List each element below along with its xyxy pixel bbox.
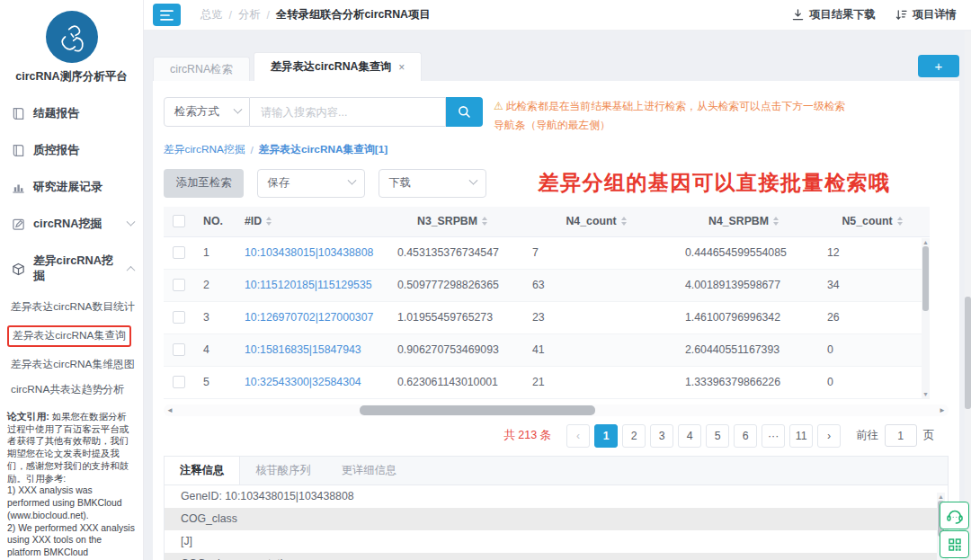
close-tab-icon[interactable]: × xyxy=(398,61,405,74)
sort-caret-icon[interactable] xyxy=(266,217,272,226)
table-vertical-scrollbar[interactable]: ▲ ▼ xyxy=(922,238,930,398)
cell-n3-srpbm: 0.906270753469093 xyxy=(385,343,520,356)
cell-n4-srpbm: 4.00189139598677 xyxy=(673,279,815,291)
detail-tab-more-info[interactable]: 更详细信息 xyxy=(326,457,412,484)
detail-tab-nucleotide[interactable]: 核苷酸序列 xyxy=(240,457,325,484)
page-button-4[interactable]: 4 xyxy=(678,424,701,448)
book-icon xyxy=(12,107,25,120)
cell-n4-srpbm: 2.60440551167393 xyxy=(673,343,815,356)
chart-icon xyxy=(12,181,25,194)
page-button-3[interactable]: 3 xyxy=(650,424,673,448)
search-input[interactable] xyxy=(259,105,436,120)
citation-body: 如果您在数据分析过程中使用了百迈客云平台或者获得了其他有效帮助，我们期望您在论文… xyxy=(7,412,129,484)
table-row[interactable]: 4 10:15816835|15847943 0.906270753469093… xyxy=(164,334,930,367)
row-checkbox[interactable] xyxy=(173,246,185,259)
crumb-set-query[interactable]: 差异表达circRNA集查询[1] xyxy=(259,143,388,157)
cell-id-link[interactable]: 10:103438015|103438808 xyxy=(245,246,373,259)
sidebar-item-research-progress[interactable]: 研究进展记录 xyxy=(0,169,143,206)
tab-circrna-search[interactable]: circRNA检索 xyxy=(153,57,250,81)
sidebar-item-final-report[interactable]: 结题报告 xyxy=(0,95,143,132)
scrollbar-thumb[interactable] xyxy=(965,297,971,409)
row-checkbox[interactable] xyxy=(173,343,185,356)
table-row[interactable]: 3 10:126970702|127000307 1.0195545976527… xyxy=(164,302,930,334)
citation-ref1: 1) XXX analysis was performed using BMKC… xyxy=(7,485,122,520)
sidebar: circRNA测序分析平台 结题报告 质控报告 研究进展记录 circRNA挖掘 xyxy=(0,0,144,560)
page-button-6[interactable]: 6 xyxy=(734,424,757,448)
cell-id-link[interactable]: 10:15816835|15847943 xyxy=(245,343,361,356)
goto-page-input[interactable] xyxy=(885,424,917,447)
prev-page-button[interactable]: ‹ xyxy=(566,424,590,448)
col-n4-srpbm[interactable]: N4_SRPBM xyxy=(673,215,815,227)
sidebar-subitem-venn[interactable]: 差异表达circRNA集维恩图 xyxy=(11,352,143,378)
toolbar: 添加至检索 保存 下载 差异分组的基因可以直接批量检索哦 xyxy=(153,157,959,207)
sort-caret-icon[interactable] xyxy=(482,217,487,226)
col-n4-count[interactable]: N4_count xyxy=(520,215,673,227)
cell-id-link[interactable]: 10:32543300|32584304 xyxy=(245,376,361,388)
add-to-search-button[interactable]: 添加至检索 xyxy=(164,169,244,198)
cell-id-link[interactable]: 10:115120185|115129535 xyxy=(245,279,372,291)
collapse-menu-button[interactable] xyxy=(153,4,181,26)
detail-row-cog-value: [J] xyxy=(165,530,948,553)
add-tab-button[interactable]: + xyxy=(918,55,959,77)
sort-caret-icon[interactable] xyxy=(621,217,627,226)
sort-caret-icon[interactable] xyxy=(773,217,779,226)
chevron-down-icon xyxy=(348,176,357,185)
breadcrumb-overview[interactable]: 总览 xyxy=(200,7,223,22)
project-details-button[interactable]: 项目详情 xyxy=(895,7,957,22)
scrollbar-thumb[interactable] xyxy=(360,405,595,415)
search-mode-select[interactable]: 检索方式 xyxy=(164,97,250,127)
table-header: NO. #ID N3_SRPBM N4_count N4_SRPBM N5_co… xyxy=(164,207,930,237)
sidebar-subitem-count-stats[interactable]: 差异表达circRNA数目统计 xyxy=(11,295,143,320)
qr-code-button[interactable] xyxy=(940,530,969,558)
page-ellipsis[interactable]: ··· xyxy=(762,424,785,448)
crumb-diff-mining[interactable]: 差异circRNA挖掘 xyxy=(164,143,245,157)
workspace-tabbar: circRNA检索 差异表达circRNA集查询 × + xyxy=(153,52,959,81)
col-n3-srpbm[interactable]: N3_SRPBM xyxy=(385,215,520,227)
sidebar-item-qc-report[interactable]: 质控报告 xyxy=(0,132,143,169)
page-button-11[interactable]: 11 xyxy=(789,424,813,448)
chevron-down-icon xyxy=(469,176,478,185)
result-breadcrumb: 差异circRNA挖掘 / 差异表达circRNA集查询[1] xyxy=(153,135,959,157)
scrollbar-thumb[interactable] xyxy=(922,246,929,311)
topbar: 总览 / 分析 / 全转录组联合分析circRNA项目 项目结果下载 项目详情 xyxy=(144,0,971,31)
row-checkbox[interactable] xyxy=(173,311,185,324)
row-checkbox[interactable] xyxy=(173,376,185,388)
detail-row-cog-annotation: COG_class_annotation xyxy=(165,553,948,560)
save-select[interactable]: 保存 xyxy=(257,169,365,198)
search-inputbox xyxy=(250,97,446,127)
table-row[interactable]: 2 10:115120185|115129535 0.5097772988263… xyxy=(164,270,930,302)
page-button-1[interactable]: 1 xyxy=(594,424,618,448)
table-row[interactable]: 5 10:32543300|32584304 0.623061143010001… xyxy=(164,367,930,399)
cell-n3-srpbm: 0.453135376734547 xyxy=(385,246,520,259)
sidebar-subitem-coexpression[interactable]: circRNA共表达趋势分析 xyxy=(11,378,143,403)
cell-n4-count: 7 xyxy=(520,246,673,259)
sidebar-item-circrna-mining[interactable]: circRNA挖掘 xyxy=(0,206,143,243)
project-results-download-button[interactable]: 项目结果下载 xyxy=(792,7,876,22)
warning-icon: ⚠ xyxy=(494,100,503,112)
select-all-checkbox[interactable] xyxy=(173,215,185,227)
hamburger-icon xyxy=(160,10,174,21)
sort-caret-icon[interactable] xyxy=(897,217,903,226)
detail-tab-annotation[interactable]: 注释信息 xyxy=(165,457,240,484)
breadcrumb-analysis[interactable]: 分析 xyxy=(238,7,261,22)
row-checkbox[interactable] xyxy=(173,279,185,291)
sidebar-subitem-set-query[interactable]: 差异表达circRNA集查询 xyxy=(11,320,143,352)
next-page-button[interactable]: › xyxy=(817,424,841,448)
sort-list-icon xyxy=(895,9,907,21)
search-button[interactable] xyxy=(446,97,483,127)
tab-diff-set-query[interactable]: 差异表达circRNA集查询 × xyxy=(254,52,423,81)
download-select[interactable]: 下载 xyxy=(379,169,486,198)
page-button-2[interactable]: 2 xyxy=(622,424,646,448)
floating-widgets xyxy=(940,502,969,558)
page-button-5[interactable]: 5 xyxy=(706,424,729,448)
page-scrollbar[interactable] xyxy=(965,31,971,560)
breadcrumb-project: 全转录组联合分析circRNA项目 xyxy=(276,7,431,22)
col-id[interactable]: #ID xyxy=(241,215,385,227)
cell-id-link[interactable]: 10:126970702|127000307 xyxy=(245,311,373,324)
customer-service-button[interactable] xyxy=(940,502,969,529)
table-horizontal-scrollbar[interactable]: ◄ ► xyxy=(164,404,949,416)
cell-n5-count: 0 xyxy=(815,376,930,388)
table-row[interactable]: 1 10:103438015|103438808 0.4531353767345… xyxy=(164,237,930,270)
col-n5-count[interactable]: N5_count xyxy=(815,215,930,227)
sidebar-item-diff-circrna-mining[interactable]: 差异circRNA挖掘 xyxy=(0,243,143,295)
